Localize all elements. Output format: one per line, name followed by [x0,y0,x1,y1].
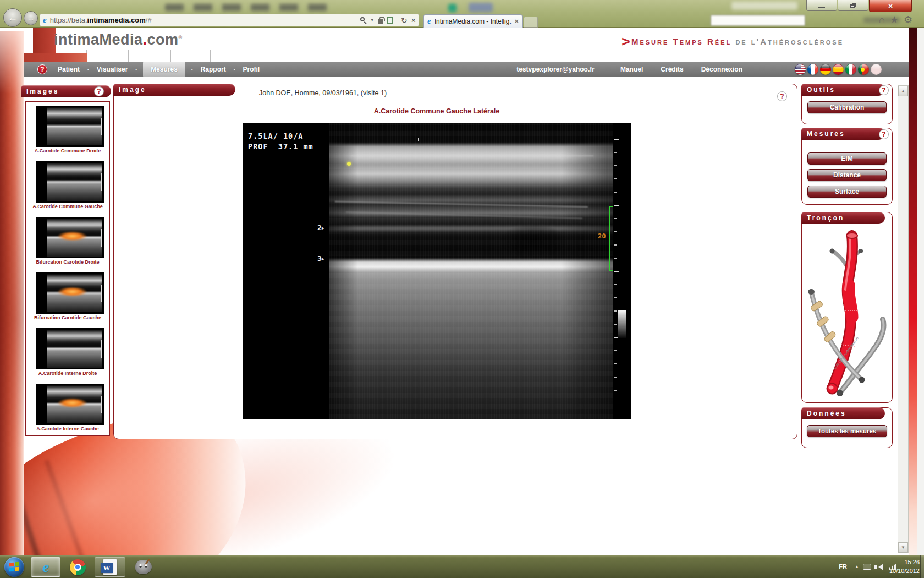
taskbar-chrome-button[interactable] [65,557,90,577]
flag-us-icon[interactable] [795,64,806,75]
calibration-point-marker[interactable] [347,162,351,166]
tab-title: IntimaMedia.com - Intellig... [435,18,513,25]
measure-marker-3[interactable]: 3▶ [317,254,324,263]
flag-de-icon[interactable] [820,64,831,75]
background-window-blur [469,3,493,12]
nav-item-profil[interactable]: Profil [241,62,261,77]
scroll-up-icon[interactable]: ▲ [898,86,908,96]
help-icon: ? [882,130,886,138]
url-text[interactable]: https://beta.intimamedia.com/# [50,16,360,24]
thumbnail-carotide-interne-gauche[interactable] [36,384,105,425]
gimp-icon [135,560,152,574]
measures-panel-header: Mesures [801,128,885,140]
nav-link-deconnexion[interactable]: Déconnexion [700,62,744,77]
flag-disabled-icon [871,64,882,75]
scroll-down-icon[interactable]: ▼ [898,542,908,553]
browser-tab[interactable]: e IntimaMedia.com - Intellig... × [424,14,522,28]
refresh-icon[interactable]: ↻ [401,17,408,24]
lock-icon[interactable] [378,19,383,24]
thumbnail-label[interactable]: A.Carotide Commune Droite [26,148,109,154]
eim-button[interactable]: EIM [807,152,887,165]
help-icon: ? [882,86,886,94]
flag-es-icon[interactable] [833,64,844,75]
tools-help-button[interactable]: ? [879,85,889,95]
image-panel-header: Image [113,84,235,96]
divider [210,50,211,62]
thumbnail-carotide-commune-droite[interactable] [36,106,105,147]
thumbnail-carotide-interne-droite[interactable] [36,328,105,369]
word-icon: W [103,559,117,575]
background-window-title-blur [165,4,330,11]
calibration-button[interactable]: Calibration [807,101,887,113]
taskbar-gimp-button[interactable] [130,557,157,577]
flag-pt-icon[interactable] [858,64,869,75]
back-button[interactable]: ← [3,8,22,27]
search-dropdown-icon[interactable]: ▼ [370,18,374,22]
thumbnail-carotide-commune-gauche[interactable] [36,161,105,203]
thumbnail-bifurcation-droite[interactable] [36,217,105,258]
minimize-icon [818,7,825,8]
thumbnail-label[interactable]: A.Carotide Interne Gauche [26,426,109,432]
nav-item-mesures[interactable]: Mesures [143,62,185,77]
measurement-bracket[interactable] [609,206,613,271]
compatibility-view-icon[interactable] [387,17,393,24]
stop-icon[interactable]: × [411,17,416,24]
flag-fr-icon[interactable] [807,64,818,75]
nav-item-patient[interactable]: Patient [56,62,81,77]
chrome-icon [70,559,86,575]
thumbnail-label[interactable]: Bifurcation Carotide Gauche [26,315,109,320]
background-window-blur [732,2,798,10]
clock[interactable]: 15:26 10/10/2012 [886,558,920,575]
thumbnail-label[interactable]: Bifurcation Carotide Droite [26,259,109,265]
forward-button[interactable]: → [24,11,38,25]
restore-button[interactable] [838,0,868,11]
all-measures-button[interactable]: Toutes les mesures [807,425,887,437]
image-help-button[interactable]: ? [777,91,787,101]
tab-close-icon[interactable]: × [514,17,519,25]
nav-item-visualiser[interactable]: Visualiser [95,62,129,77]
tools-gear-icon[interactable]: ⚙ [904,15,912,25]
site-tagline: >Mesure Temps Réel de l'Athérosclérose [605,33,844,50]
close-button[interactable]: × [869,0,912,12]
thumbnail-label[interactable]: A.Carotide Commune Gauche [26,204,109,209]
surface-button[interactable]: Surface [807,186,887,198]
ie-icon: e [42,560,49,575]
ultrasound-depth-ruler [614,139,619,402]
measure-marker-2[interactable]: 2▶ [317,223,324,232]
search-icon[interactable] [360,17,366,23]
thumbnail-bifurcation-gauche[interactable] [36,272,105,314]
nav-item-rapport[interactable]: Rapport [199,62,228,77]
keyboard-icon[interactable] [863,564,871,570]
minimize-button[interactable] [806,0,837,11]
flag-it-icon[interactable] [845,64,856,75]
tray-expand-icon[interactable]: ▲ [855,564,859,569]
home-icon[interactable]: ⌂ [879,15,885,25]
language-indicator[interactable]: FR [839,563,847,570]
tools-panel-header: Outils [801,84,885,96]
taskbar-ie-button[interactable]: e [31,557,61,577]
nav-separator: • [87,67,89,72]
ultrasound-image[interactable]: 7.5LA/ 10/APROF 37.1 mm 2▶ 3▶ 20 [243,123,631,419]
favorites-star-icon[interactable]: ★ [890,15,899,25]
site-logo[interactable]: intimaMedia.com® [54,31,183,48]
images-help-button[interactable]: ? [94,86,104,96]
right-red-decoration [909,28,917,555]
show-desktop-button[interactable] [920,555,924,578]
taskbar-word-button[interactable]: W [95,557,125,577]
address-bar[interactable]: e https://beta.intimamedia.com/# ▼ ↻ × [40,14,419,26]
new-tab-button[interactable] [524,17,538,28]
nav-link-manuel[interactable]: Manuel [619,62,645,77]
troncon-panel-header: Tronçon [801,212,885,224]
volume-icon[interactable] [878,564,883,570]
artery-diagram[interactable]: © 2011 IntimaMedia.com [805,227,889,400]
measures-help-button[interactable]: ? [879,129,889,139]
nav-help-button[interactable]: ? [37,64,47,74]
distance-button[interactable]: Distance [807,169,887,181]
nav-link-credits[interactable]: Crédits [659,62,685,77]
start-button[interactable] [4,557,24,577]
page-scrollbar[interactable]: ▲ ▼ [898,85,909,553]
grayscale-bar [618,310,626,338]
tagline-chevron-icon: > [622,33,630,50]
help-icon: ? [780,92,784,100]
thumbnail-label[interactable]: A.Carotide Interne Droite [26,370,109,376]
